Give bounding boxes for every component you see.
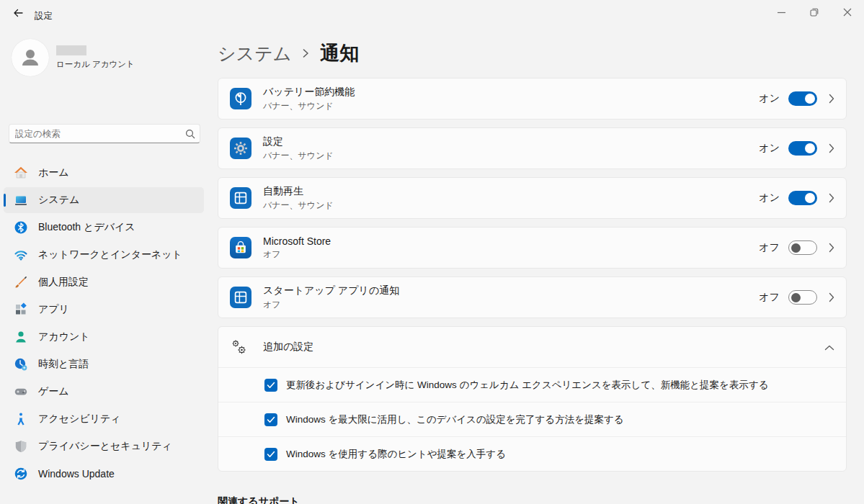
additional-settings-header[interactable]: 追加の設定 [218, 327, 846, 367]
sidebar-item-label: ゲーム [38, 385, 69, 398]
sidebar-nav: ホーム システム Bluetooth とデバイス ネットワークとインターネット … [4, 160, 204, 488]
row-subtitle: バナー、サウンド [263, 100, 759, 112]
back-arrow-icon [12, 7, 24, 22]
brush-icon [14, 275, 28, 289]
sidebar-item-privacy-security[interactable]: プライバシーとセキュリティ [4, 433, 204, 459]
checkbox-row-tips-suggestions[interactable]: Windows を使用する際のヒントや提案を入手する [218, 436, 846, 471]
autoplay-app-icon [230, 187, 251, 209]
sidebar-item-apps[interactable]: アプリ [4, 297, 204, 323]
checkbox-label: Windows を使用する際のヒントや提案を入手する [286, 448, 506, 461]
checkbox-checked[interactable] [264, 448, 277, 461]
bluetooth-icon [14, 220, 28, 235]
sidebar-item-system[interactable]: システム [4, 187, 204, 213]
main-content: システム 通知 バッテリー節約機能 バナー、サウンド オン [209, 29, 864, 504]
toggle-switch[interactable] [788, 91, 817, 106]
back-button[interactable] [6, 3, 30, 26]
titlebar: 設定 [0, 0, 864, 29]
wifi-icon [14, 248, 28, 262]
row-subtitle: オフ [263, 299, 759, 311]
toggle-switch[interactable] [788, 191, 817, 205]
avatar [12, 39, 49, 76]
sidebar-item-windows-update[interactable]: Windows Update [4, 461, 204, 487]
page-title: 通知 [320, 40, 359, 66]
row-microsoft-store[interactable]: Microsoft Store オフ オフ [218, 228, 846, 268]
sidebar-item-accessibility[interactable]: アクセシビリティ [4, 406, 204, 432]
close-icon [843, 6, 852, 19]
minimize-icon [778, 6, 785, 19]
checkbox-row-welcome-experience[interactable]: 更新後およびサインイン時に Windows のウェルカム エクスペリエンスを表示… [218, 367, 846, 402]
settings-search[interactable] [9, 124, 200, 143]
row-startup-apps[interactable]: スタートアップ アプリの通知 オフ オフ [218, 277, 846, 318]
row-subtitle: バナー、サウンド [263, 199, 759, 212]
sidebar-item-bluetooth-devices[interactable]: Bluetooth とデバイス [4, 215, 204, 240]
search-input[interactable] [9, 129, 181, 139]
minimize-button[interactable] [765, 0, 798, 26]
update-icon [14, 467, 28, 481]
toggle-switch[interactable] [788, 141, 817, 156]
breadcrumb: システム 通知 [218, 38, 847, 68]
row-settings[interactable]: 設定 バナー、サウンド オン [218, 128, 846, 168]
sidebar-item-gaming[interactable]: ゲーム [4, 379, 204, 405]
restore-button[interactable] [798, 0, 831, 26]
sidebar-item-label: Bluetooth とデバイス [38, 221, 135, 234]
toggle-state-label: オン [759, 192, 780, 204]
sidebar-item-label: アクセシビリティ [38, 413, 121, 426]
checkbox-label: 更新後およびサインイン時に Windows のウェルカム エクスペリエンスを表示… [286, 379, 769, 392]
sidebar-item-home[interactable]: ホーム [4, 160, 204, 186]
clock-language-icon [14, 357, 28, 372]
restore-icon [810, 6, 819, 19]
toggle-state-label: オフ [759, 291, 780, 304]
sidebar-item-label: アカウント [38, 330, 90, 343]
toggle-state-label: オン [759, 142, 780, 155]
battery-saver-app-icon [230, 88, 251, 109]
chevron-right-icon [829, 143, 834, 153]
sidebar-item-label: 時刻と言語 [38, 358, 89, 371]
sidebar-item-time-language[interactable]: 時刻と言語 [4, 351, 204, 377]
user-account-button[interactable]: ローカル アカウント [12, 39, 135, 76]
accessibility-icon [14, 412, 28, 426]
home-icon [14, 166, 28, 180]
sidebar-item-label: 個人用設定 [38, 276, 89, 289]
sidebar-item-label: ネットワークとインターネット [38, 248, 182, 261]
checkbox-checked[interactable] [264, 413, 277, 426]
breadcrumb-system[interactable]: システム [218, 42, 291, 66]
sidebar-item-label: アプリ [38, 303, 69, 316]
row-autoplay[interactable]: 自動再生 バナー、サウンド オン [218, 178, 846, 218]
search-icon [181, 129, 200, 139]
sidebar-item-accounts[interactable]: アカウント [4, 324, 204, 350]
microsoft-store-app-icon [230, 237, 251, 258]
toggle-switch[interactable] [788, 290, 817, 305]
toggle-switch[interactable] [788, 240, 817, 255]
sidebar-item-label: プライバシーとセキュリティ [38, 440, 172, 453]
shield-icon [14, 439, 28, 454]
sidebar-item-label: システム [38, 194, 79, 207]
sidebar-item-personalization[interactable]: 個人用設定 [4, 269, 204, 295]
settings-app-icon [230, 138, 251, 159]
gamepad-icon [14, 384, 28, 399]
row-subtitle: バナー、サウンド [263, 150, 759, 162]
checkbox-checked[interactable] [264, 379, 277, 392]
row-title: 設定 [263, 135, 759, 148]
breadcrumb-chevron-icon [301, 47, 310, 60]
apps-icon [14, 302, 28, 317]
related-support-heading: 関連するサポート [218, 495, 847, 504]
sidebar-item-network-internet[interactable]: ネットワークとインターネット [4, 242, 204, 268]
chevron-right-icon [829, 193, 834, 203]
row-battery-saver[interactable]: バッテリー節約機能 バナー、サウンド オン [218, 78, 846, 119]
gears-icon [230, 338, 249, 356]
sidebar-item-label: ホーム [38, 166, 69, 179]
person-icon [14, 330, 28, 344]
close-button[interactable] [831, 0, 864, 26]
row-title: Microsoft Store [263, 235, 759, 247]
chevron-up-icon [824, 341, 834, 354]
row-title: バッテリー節約機能 [263, 86, 759, 99]
checkbox-label: Windows を最大限に活用し、このデバイスの設定を完了する方法を提案する [286, 413, 624, 426]
row-title: 自動再生 [263, 185, 759, 198]
chevron-right-icon [829, 94, 834, 104]
user-name-redacted [56, 45, 86, 55]
chevron-right-icon [829, 292, 834, 302]
additional-settings-group: 追加の設定 更新後およびサインイン時に Windows のウェルカム エクスペリ… [218, 326, 847, 472]
system-icon [14, 193, 28, 207]
row-title: スタートアップ アプリの通知 [263, 284, 759, 297]
checkbox-row-finish-setup[interactable]: Windows を最大限に活用し、このデバイスの設定を完了する方法を提案する [218, 402, 846, 436]
